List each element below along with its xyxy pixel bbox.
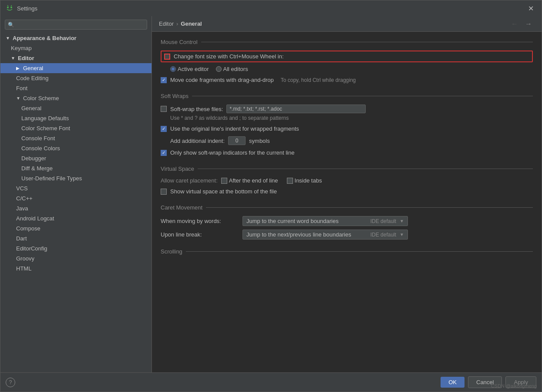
soft-wrap-files-row: Soft-wrap these files: bbox=[161, 105, 533, 113]
move-code-hint: To copy, hold Ctrl while dragging bbox=[281, 77, 356, 83]
sidebar-item-code-editing[interactable]: Code Editing bbox=[0, 73, 151, 83]
sidebar-item-cs-general[interactable]: General bbox=[0, 103, 151, 113]
sidebar-item-console-colors[interactable]: Console Colors bbox=[0, 143, 151, 153]
when-moving-dropdown[interactable]: Jump to the current word boundaries IDE … bbox=[242, 216, 408, 226]
soft-wrap-checkbox[interactable] bbox=[161, 106, 167, 112]
bottom-bar: ? OK Cancel Apply bbox=[0, 372, 542, 392]
show-virtual-row: Show virtual space at the bottom of the … bbox=[161, 187, 533, 196]
chevron-down-icon: ▼ bbox=[16, 96, 21, 101]
move-code-checkbox[interactable] bbox=[161, 77, 167, 83]
sidebar-item-color-scheme-font[interactable]: Color Scheme Font bbox=[0, 123, 151, 133]
upon-line-row: Upon line break: Jump to the next/previo… bbox=[161, 230, 533, 240]
app-icon bbox=[6, 4, 13, 12]
show-virtual-label: Show virtual space at the bottom of the … bbox=[170, 188, 277, 195]
sidebar-item-console-font[interactable]: Console Font bbox=[0, 133, 151, 143]
title-bar: Settings ✕ bbox=[0, 0, 542, 16]
add-indent-label: Add additional indent: bbox=[170, 138, 225, 144]
file-pattern-input[interactable] bbox=[226, 105, 366, 113]
upon-line-dropdown[interactable]: Jump to the next/previous line boundarie… bbox=[242, 230, 408, 240]
back-button[interactable]: ← bbox=[508, 19, 521, 29]
soft-wrap-label: Soft-wrap these files: bbox=[170, 106, 223, 112]
active-editor-radio-button[interactable] bbox=[170, 66, 176, 72]
sidebar-item-color-scheme[interactable]: ▼ Color Scheme bbox=[0, 93, 151, 103]
sidebar-item-vcs[interactable]: VCS bbox=[0, 183, 151, 193]
ok-button[interactable]: OK bbox=[441, 377, 465, 388]
scrolling-title: Scrolling bbox=[161, 248, 533, 255]
settings-panel: Mouse Control Change font size with Ctrl… bbox=[152, 32, 542, 372]
sidebar-item-editor[interactable]: ▼ Editor bbox=[0, 53, 151, 63]
allow-caret-row: Allow caret placement: After the end of … bbox=[161, 177, 533, 184]
svg-line-2 bbox=[7, 5, 8, 6]
upon-line-hint: IDE default bbox=[370, 232, 396, 238]
move-code-label: Move code fragments with drag-and-drop bbox=[170, 77, 274, 83]
sidebar-item-keymap[interactable]: Keymap bbox=[0, 43, 151, 53]
sidebar-item-language-defaults[interactable]: Language Defaults bbox=[0, 113, 151, 123]
soft-wraps-section: Soft Wraps Soft-wrap these files: Use * … bbox=[161, 93, 533, 157]
after-end-label: After the end of line bbox=[229, 177, 278, 184]
chevron-down-icon: ▼ bbox=[400, 219, 404, 223]
move-code-row: Move code fragments with drag-and-drop T… bbox=[161, 76, 533, 84]
scrolling-section: Scrolling bbox=[161, 248, 533, 255]
allow-caret-label: Allow caret placement: bbox=[161, 177, 218, 184]
show-virtual-checkbox[interactable] bbox=[161, 189, 167, 195]
all-editors-radio[interactable]: All editors bbox=[216, 66, 248, 72]
svg-line-3 bbox=[11, 5, 12, 6]
only-show-label: Only show soft-wrap indicators for the c… bbox=[170, 149, 294, 156]
when-moving-row: When moving by words: Jump to the curren… bbox=[161, 216, 533, 226]
sidebar-item-compose[interactable]: Compose bbox=[0, 223, 151, 233]
when-moving-label: When moving by words: bbox=[161, 218, 239, 224]
watermark: CSDN @aikongmeng bbox=[491, 383, 537, 389]
only-show-row: Only show soft-wrap indicators for the c… bbox=[161, 149, 533, 157]
all-editors-radio-button[interactable] bbox=[216, 66, 222, 72]
active-editor-label: Active editor bbox=[178, 66, 209, 72]
wildcard-hint: Use * and ? as wildcards and ; to separa… bbox=[170, 115, 533, 121]
search-input[interactable] bbox=[16, 21, 144, 28]
search-box[interactable]: 🔍 bbox=[5, 20, 147, 30]
chevron-right-icon: ▶ bbox=[16, 66, 21, 71]
window-title: Settings bbox=[17, 5, 522, 12]
caret-movement-section: Caret Movement When moving by words: Jum… bbox=[161, 204, 533, 240]
indent-row: Add additional indent: symbols bbox=[170, 136, 533, 145]
forward-button[interactable]: → bbox=[522, 19, 535, 29]
close-button[interactable]: ✕ bbox=[525, 3, 536, 14]
inside-tabs-checkbox[interactable] bbox=[287, 178, 293, 184]
sidebar-item-diff-merge[interactable]: Diff & Merge bbox=[0, 163, 151, 173]
sidebar-item-cpp[interactable]: C/C++ bbox=[0, 193, 151, 203]
symbols-label: symbols bbox=[249, 138, 270, 144]
breadcrumb: Editor › General ← → bbox=[152, 16, 542, 32]
sidebar-item-editorconfig[interactable]: EditorConfig bbox=[0, 243, 151, 253]
sidebar-item-java[interactable]: Java bbox=[0, 203, 151, 213]
sidebar-item-font[interactable]: Font bbox=[0, 83, 151, 93]
help-button[interactable]: ? bbox=[6, 378, 15, 387]
sidebar-item-html[interactable]: HTML bbox=[0, 264, 151, 274]
sidebar-item-dart[interactable]: Dart bbox=[0, 233, 151, 243]
breadcrumb-current: General bbox=[181, 20, 202, 27]
add-indent-input[interactable] bbox=[228, 136, 246, 145]
active-editor-radio[interactable]: Active editor bbox=[170, 66, 209, 72]
sidebar-item-debugger[interactable]: Debugger bbox=[0, 153, 151, 163]
caret-movement-title: Caret Movement bbox=[161, 204, 533, 211]
mouse-control-title: Mouse Control bbox=[161, 39, 533, 45]
virtual-space-title: Virtual Space bbox=[161, 166, 533, 172]
soft-wraps-title: Soft Wraps bbox=[161, 93, 533, 99]
search-icon: 🔍 bbox=[8, 22, 14, 28]
chevron-down-icon: ▼ bbox=[11, 56, 16, 61]
use-indent-label: Use the original line's indent for wrapp… bbox=[170, 125, 299, 132]
use-indent-row: Use the original line's indent for wrapp… bbox=[161, 125, 533, 133]
sidebar-item-appearance[interactable]: ▼ Appearance & Behavior bbox=[0, 33, 151, 43]
all-editors-label: All editors bbox=[223, 66, 248, 72]
main-content: Editor › General ← → Mouse Control Chang… bbox=[152, 16, 542, 372]
sidebar-item-groovy[interactable]: Groovy bbox=[0, 253, 151, 264]
svg-point-0 bbox=[7, 7, 9, 8]
chevron-down-icon: ▼ bbox=[400, 232, 404, 237]
inside-tabs-label: Inside tabs bbox=[295, 177, 322, 184]
sidebar-item-android-logcat[interactable]: Android Logcat bbox=[0, 213, 151, 223]
sidebar-item-general[interactable]: ▶ General bbox=[0, 63, 151, 73]
sidebar-item-user-defined[interactable]: User-Defined File Types bbox=[0, 173, 151, 183]
use-indent-checkbox[interactable] bbox=[161, 126, 167, 132]
after-end-option: After the end of line bbox=[221, 177, 278, 184]
upon-line-value: Jump to the next/previous line boundarie… bbox=[246, 231, 367, 238]
only-show-checkbox[interactable] bbox=[161, 150, 167, 156]
after-end-checkbox[interactable] bbox=[221, 178, 227, 184]
change-font-size-checkbox[interactable] bbox=[164, 54, 170, 60]
